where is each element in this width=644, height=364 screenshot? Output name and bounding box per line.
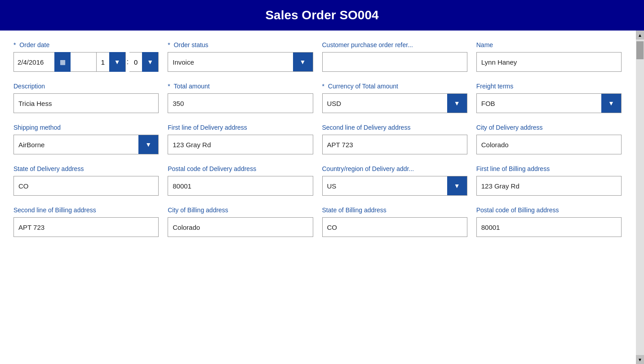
order-date-required: * xyxy=(13,41,18,48)
delivery-country-chevron-icon: ▼ xyxy=(454,182,460,189)
name-input[interactable] xyxy=(476,52,622,72)
billing-line2-input[interactable] xyxy=(13,217,159,237)
order-status-dropdown-button[interactable]: ▼ xyxy=(293,53,313,71)
description-label: Description xyxy=(13,83,159,90)
hour-chevron-icon: ▼ xyxy=(114,58,120,66)
billing-state-input[interactable] xyxy=(322,217,467,237)
delivery-state-field: State of Delivery address xyxy=(13,165,159,196)
delivery-postal-field: Postal code of Delivery address xyxy=(168,165,313,196)
order-status-label: * Order status xyxy=(168,41,313,48)
billing-state-field: State of Billing address xyxy=(322,206,467,237)
billing-city-label: City of Billing address xyxy=(168,206,313,214)
page-header: Sales Order SO004 xyxy=(0,0,644,31)
shipping-method-input[interactable] xyxy=(14,135,138,154)
freight-terms-label: Freight terms xyxy=(476,83,622,90)
total-amount-label: * Total amount xyxy=(168,83,313,90)
hour-spinner[interactable]: ▼ xyxy=(109,52,125,72)
order-date-box: ▦ xyxy=(13,52,97,72)
order-date-input-group: ▦ ▼ : ▼ xyxy=(13,52,159,72)
delivery-country-dropdown-button[interactable]: ▼ xyxy=(447,176,467,195)
order-status-select-wrapper: ▼ xyxy=(168,52,313,72)
billing-city-input[interactable] xyxy=(168,217,313,237)
shipping-method-field: Shipping method ▼ xyxy=(13,124,159,154)
hour-box: ▼ xyxy=(97,52,126,72)
order-date-input[interactable] xyxy=(14,55,54,70)
minute-box: ▼ xyxy=(129,52,159,72)
delivery-line2-label: Second line of Delivery address xyxy=(322,124,467,131)
delivery-line2-input[interactable] xyxy=(322,135,467,154)
delivery-postal-input[interactable] xyxy=(168,176,313,196)
shipping-method-label: Shipping method xyxy=(13,124,159,131)
name-label: Name xyxy=(476,41,622,48)
customer-po-ref-label: Customer purchase order refer... xyxy=(322,41,467,48)
page-title: Sales Order SO004 xyxy=(265,8,378,22)
scroll-thumb[interactable] xyxy=(636,41,644,59)
total-amount-input[interactable] xyxy=(168,93,313,113)
delivery-line1-field: First line of Delivery address xyxy=(168,124,313,154)
billing-postal-input[interactable] xyxy=(476,217,622,237)
delivery-state-label: State of Delivery address xyxy=(13,165,159,172)
currency-chevron-icon: ▼ xyxy=(454,100,460,107)
order-status-input[interactable] xyxy=(168,53,293,71)
order-status-chevron-icon: ▼ xyxy=(300,58,306,66)
scroll-up-icon: ▲ xyxy=(638,33,642,38)
hour-input[interactable] xyxy=(97,55,109,70)
currency-total-amount-label: * Currency of Total amount xyxy=(322,83,467,90)
billing-line2-field: Second line of Billing address xyxy=(13,206,159,237)
shipping-method-dropdown-button[interactable]: ▼ xyxy=(138,135,158,154)
billing-postal-field: Postal code of Billing address xyxy=(476,206,622,237)
currency-select-wrapper: ▼ xyxy=(322,93,467,113)
billing-state-label: State of Billing address xyxy=(322,206,467,214)
billing-city-field: City of Billing address xyxy=(168,206,313,237)
delivery-postal-label: Postal code of Delivery address xyxy=(168,165,313,172)
delivery-city-field: City of Delivery address xyxy=(476,124,622,154)
calendar-button[interactable]: ▦ xyxy=(54,52,71,72)
scrollbar[interactable]: ▲ ▼ xyxy=(636,31,644,364)
minute-input[interactable] xyxy=(129,55,142,70)
freight-terms-chevron-icon: ▼ xyxy=(608,100,614,107)
delivery-line1-label: First line of Delivery address xyxy=(168,124,313,131)
billing-postal-label: Postal code of Billing address xyxy=(476,206,622,214)
scroll-up-button[interactable]: ▲ xyxy=(636,31,644,39)
order-date-field: * Order date ▦ ▼ : xyxy=(13,41,159,72)
total-amount-field: * Total amount xyxy=(168,83,313,113)
order-status-field: * Order status ▼ xyxy=(168,41,313,72)
delivery-country-label: Country/region of Delivery addr... xyxy=(322,165,467,172)
billing-line1-input[interactable] xyxy=(476,176,622,196)
description-input[interactable] xyxy=(13,93,159,113)
freight-terms-select-wrapper: ▼ xyxy=(476,93,622,113)
currency-total-amount-field: * Currency of Total amount ▼ xyxy=(322,83,467,113)
shipping-method-chevron-icon: ▼ xyxy=(145,141,151,148)
time-separator: : xyxy=(126,58,129,66)
delivery-line2-field: Second line of Delivery address xyxy=(322,124,467,154)
delivery-line1-input[interactable] xyxy=(168,135,313,154)
form-content: ▲ ▼ * Order date ▦ xyxy=(0,31,644,364)
freight-terms-input[interactable] xyxy=(477,94,601,113)
billing-line2-label: Second line of Billing address xyxy=(13,206,159,214)
name-field: Name xyxy=(476,41,622,72)
delivery-country-field: Country/region of Delivery addr... ▼ xyxy=(322,165,467,196)
calendar-icon: ▦ xyxy=(60,58,66,66)
order-date-label: * Order date xyxy=(13,41,159,48)
delivery-state-input[interactable] xyxy=(13,176,159,196)
delivery-country-select-wrapper: ▼ xyxy=(322,176,467,196)
minute-chevron-icon: ▼ xyxy=(147,58,153,66)
customer-po-ref-input[interactable] xyxy=(322,52,467,72)
customer-po-ref-field: Customer purchase order refer... xyxy=(322,41,467,72)
currency-dropdown-button[interactable]: ▼ xyxy=(447,94,467,113)
billing-line1-field: First line of Billing address xyxy=(476,165,622,196)
freight-terms-field: Freight terms ▼ xyxy=(476,83,622,113)
delivery-city-input[interactable] xyxy=(476,135,622,154)
shipping-method-select-wrapper: ▼ xyxy=(13,135,159,154)
scroll-down-icon: ▼ xyxy=(638,357,642,362)
freight-terms-dropdown-button[interactable]: ▼ xyxy=(601,94,621,113)
scroll-down-button[interactable]: ▼ xyxy=(636,355,644,364)
form-grid: * Order date ▦ ▼ : xyxy=(13,41,631,248)
delivery-country-input[interactable] xyxy=(323,176,447,195)
currency-input[interactable] xyxy=(323,94,447,113)
description-field: Description xyxy=(13,83,159,113)
main-window: Sales Order SO004 ▲ ▼ * Order date xyxy=(0,0,644,364)
minute-spinner[interactable]: ▼ xyxy=(142,52,158,72)
billing-line1-label: First line of Billing address xyxy=(476,165,622,172)
delivery-city-label: City of Delivery address xyxy=(476,124,622,131)
